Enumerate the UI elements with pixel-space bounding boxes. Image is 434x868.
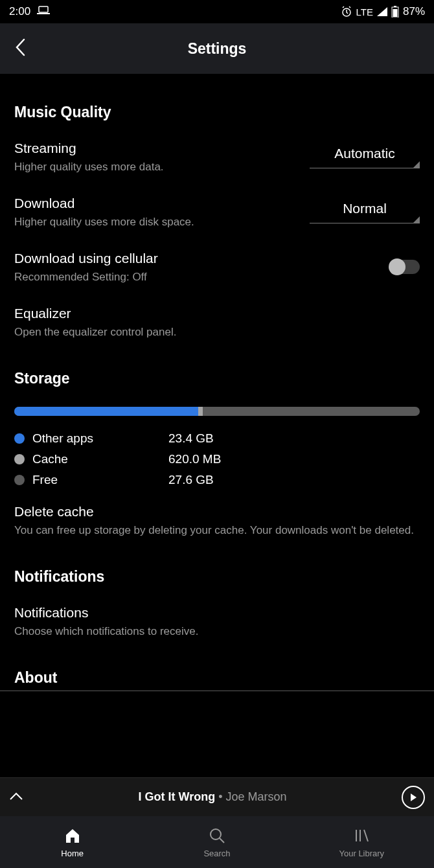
setting-label: Download <box>14 196 297 211</box>
dot-icon <box>14 433 25 444</box>
now-playing-bar[interactable]: I Got It Wrong • Joe Marson <box>0 777 434 816</box>
setting-label: Delete cache <box>14 504 420 520</box>
legend-cache: Cache 620.0 MB <box>14 452 420 466</box>
settings-content: Music Quality Streaming Higher quality u… <box>0 74 434 777</box>
alarm-icon <box>341 6 352 17</box>
setting-notifications[interactable]: Notifications Choose which notifications… <box>14 605 420 639</box>
setting-label: Notifications <box>14 605 420 621</box>
setting-label: Download using cellular <box>14 251 377 266</box>
svg-rect-1 <box>37 13 50 14</box>
laptop-icon <box>37 5 50 18</box>
setting-desc: You can free up storage by deleting your… <box>14 523 420 538</box>
setting-desc: Higher quality uses more data. <box>14 160 297 175</box>
storage-bar <box>14 407 420 416</box>
settings-header: Settings <box>0 23 434 74</box>
setting-label: Streaming <box>14 141 297 156</box>
signal-icon <box>377 7 387 16</box>
setting-label: Equalizer <box>14 306 420 321</box>
streaming-dropdown[interactable]: Automatic <box>310 142 420 168</box>
setting-streaming[interactable]: Streaming Higher quality uses more data.… <box>14 141 420 175</box>
setting-desc: Higher quality uses more disk space. <box>14 215 297 230</box>
section-music-quality: Music Quality <box>14 104 420 121</box>
setting-download-cellular[interactable]: Download using cellular Recommended Sett… <box>14 251 420 285</box>
page-title: Settings <box>0 40 434 58</box>
now-playing-text: I Got It Wrong • Joe Marson <box>32 790 393 804</box>
section-storage: Storage <box>14 370 420 387</box>
setting-desc: Choose which notifications to receive. <box>14 624 420 639</box>
section-about: About <box>14 669 420 687</box>
now-playing-artist: Joe Marson <box>225 790 286 803</box>
status-bar: 2:00 LTE 87% <box>0 0 434 23</box>
nav-home[interactable]: Home <box>0 816 144 868</box>
dot-icon <box>14 454 25 464</box>
search-icon <box>208 827 226 845</box>
bottom-nav: Home Search Your Library <box>0 816 434 868</box>
svg-point-6 <box>211 829 221 839</box>
battery-icon <box>391 6 399 17</box>
storage-seg-apps <box>14 407 198 416</box>
status-time: 2:00 <box>9 5 30 18</box>
setting-equalizer[interactable]: Equalizer Open the equalizer control pan… <box>14 306 420 340</box>
svg-rect-5 <box>393 9 397 17</box>
back-button[interactable] <box>8 31 32 66</box>
svg-rect-0 <box>39 6 48 12</box>
now-playing-sep: • <box>215 790 225 803</box>
status-battery: 87% <box>403 5 425 18</box>
storage-legend: Other apps 23.4 GB Cache 620.0 MB Free 2… <box>14 431 420 487</box>
storage-seg-cache <box>198 407 203 416</box>
setting-download[interactable]: Download Higher quality uses more disk s… <box>14 196 420 230</box>
section-notifications: Notifications <box>14 568 420 586</box>
home-icon <box>63 827 82 845</box>
cellular-toggle[interactable] <box>390 260 420 274</box>
play-button[interactable] <box>402 786 425 809</box>
nav-library[interactable]: Your Library <box>290 816 434 868</box>
dot-icon <box>14 475 25 485</box>
legend-free: Free 27.6 GB <box>14 473 420 487</box>
divider <box>0 691 434 691</box>
setting-desc: Open the equalizer control panel. <box>14 325 420 340</box>
nav-search[interactable]: Search <box>144 816 289 868</box>
chevron-up-icon[interactable] <box>9 792 23 803</box>
setting-delete-cache[interactable]: Delete cache You can free up storage by … <box>14 504 420 538</box>
legend-other-apps: Other apps 23.4 GB <box>14 431 420 446</box>
status-network: LTE <box>356 6 373 17</box>
library-icon <box>352 827 371 845</box>
setting-desc: Recommended Setting: Off <box>14 270 377 285</box>
download-dropdown[interactable]: Normal <box>310 197 420 223</box>
now-playing-title: I Got It Wrong <box>138 790 215 803</box>
